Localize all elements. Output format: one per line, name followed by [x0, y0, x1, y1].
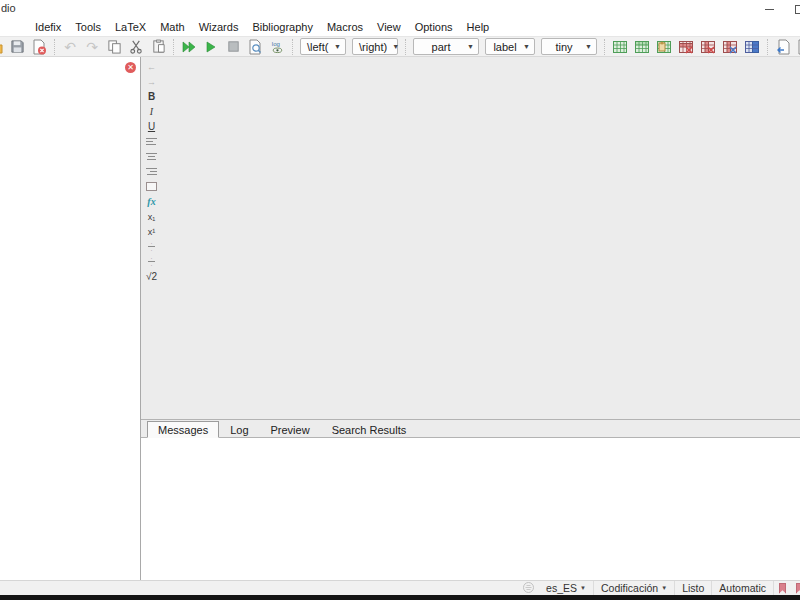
nav-forward-button[interactable]: →: [143, 74, 161, 89]
minimize-icon: [765, 9, 774, 10]
dfraction-button[interactable]: ··: [143, 254, 161, 269]
maximize-button[interactable]: [784, 0, 800, 18]
toolbar-separator: [173, 39, 174, 55]
align-table-columns-button[interactable]: [744, 39, 760, 55]
menu-bar: Idefix Tools LaTeX Math Wizards Bibliogr…: [0, 18, 800, 36]
cut-button[interactable]: [128, 39, 144, 55]
text-size-combo[interactable]: tiny ▼: [541, 38, 597, 55]
menu-bibliography[interactable]: Bibliography: [245, 19, 320, 35]
menu-options[interactable]: Options: [408, 19, 460, 35]
table-icon: [612, 39, 628, 55]
open-file-button[interactable]: [0, 39, 3, 55]
align-right-icon: [146, 168, 157, 175]
chevron-down-icon: ▼: [334, 43, 341, 50]
table-remove-column-icon: [700, 39, 716, 55]
dfraction-icon: ··: [148, 256, 155, 267]
table-add-row-icon: [634, 39, 650, 55]
align-center-button[interactable]: [143, 149, 161, 164]
italic-button[interactable]: I: [143, 104, 161, 119]
insert-table-button[interactable]: [612, 39, 628, 55]
open-folder-icon: [0, 39, 3, 55]
screen-bottom-strip: [0, 595, 800, 600]
status-bar: es_ES ▼ Codificación ▼ Listo Automatic: [0, 580, 800, 595]
build-and-view-button[interactable]: [181, 39, 197, 55]
minimize-button[interactable]: [754, 0, 784, 18]
previous-document-button[interactable]: [775, 39, 791, 55]
subscript-button[interactable]: x₁: [143, 209, 161, 224]
stop-button[interactable]: [225, 39, 241, 55]
menu-view[interactable]: View: [370, 19, 408, 35]
align-right-button[interactable]: [143, 164, 161, 179]
messages-panel-content[interactable]: [141, 438, 800, 580]
framebox-button[interactable]: [143, 179, 161, 194]
chevron-down-icon: ▼: [523, 43, 530, 50]
bold-button[interactable]: B: [143, 89, 161, 104]
editor-area[interactable]: ← → B I U fx x₁ x¹: [141, 57, 800, 419]
line-ending-value: Automatic: [719, 582, 766, 594]
compile-button[interactable]: [203, 39, 219, 55]
bookmark-icon[interactable]: [779, 583, 786, 594]
redo-icon: ↷: [86, 40, 98, 54]
view-log-button[interactable]: log: [269, 39, 285, 55]
remove-table-row-button[interactable]: [678, 39, 694, 55]
table-cut-column-icon: [722, 39, 738, 55]
encoding-selector[interactable]: Codificación ▼: [593, 581, 675, 596]
toolbar-separator: [54, 39, 55, 55]
superscript-button[interactable]: x¹: [143, 224, 161, 239]
menu-macros[interactable]: Macros: [320, 19, 370, 35]
inline-math-button[interactable]: fx: [143, 194, 161, 209]
build-view-icon: [181, 39, 197, 55]
menu-math[interactable]: Math: [153, 19, 191, 35]
sectioning-combo[interactable]: part ▼: [413, 38, 479, 55]
redo-button[interactable]: ↷: [84, 39, 100, 55]
reference-combo[interactable]: label ▼: [485, 38, 535, 55]
add-table-row-button[interactable]: [634, 39, 650, 55]
editor-column: ← → B I U fx x₁ x¹: [141, 57, 800, 580]
right-delimiter-combo[interactable]: \right) ▼: [352, 38, 398, 55]
menu-idefix[interactable]: Idefix: [28, 19, 68, 35]
cut-table-column-button[interactable]: [722, 39, 738, 55]
right-delimiter-value: \right): [359, 41, 387, 53]
align-left-button[interactable]: [143, 134, 161, 149]
tab-preview[interactable]: Preview: [260, 421, 321, 438]
document-arrow-left-icon: [775, 39, 791, 55]
remove-table-column-button[interactable]: [700, 39, 716, 55]
tab-messages[interactable]: Messages: [147, 421, 219, 438]
reference-value: label: [493, 41, 516, 53]
ready-status: Listo: [675, 581, 711, 596]
menu-wizards[interactable]: Wizards: [192, 19, 246, 35]
menu-latex[interactable]: LaTeX: [108, 19, 153, 35]
main-toolbar: ↶ ↷: [0, 36, 800, 57]
close-document-button[interactable]: [31, 39, 47, 55]
nav-back-button[interactable]: ←: [143, 59, 161, 74]
chevron-down-icon: ▼: [585, 43, 592, 50]
language-selector[interactable]: es_ES ▼: [539, 581, 593, 596]
menu-tools[interactable]: Tools: [68, 19, 108, 35]
save-button[interactable]: [9, 39, 25, 55]
align-center-icon: [146, 153, 157, 160]
fraction-icon: ··: [148, 241, 155, 252]
stamp-icon: [522, 581, 535, 596]
chevron-down-icon: ▼: [467, 43, 474, 50]
table-paste-icon: [656, 39, 672, 55]
left-delimiter-combo[interactable]: \left( ▼: [300, 38, 346, 55]
tab-search-results[interactable]: Search Results: [321, 421, 418, 438]
fraction-button[interactable]: ··: [143, 239, 161, 254]
underline-button[interactable]: U: [143, 119, 161, 134]
undo-icon: ↶: [64, 40, 76, 54]
view-pdf-button[interactable]: [247, 39, 263, 55]
sqrt-button[interactable]: √2: [143, 269, 161, 284]
chevron-down-icon: ▼: [661, 585, 667, 591]
bookmark-icon[interactable]: [796, 583, 800, 594]
copy-button[interactable]: [106, 39, 122, 55]
paste-button[interactable]: [150, 39, 166, 55]
line-ending-selector[interactable]: Automatic: [711, 581, 774, 596]
undo-button[interactable]: ↶: [62, 39, 78, 55]
paste-table-button[interactable]: [656, 39, 672, 55]
copy-icon: [107, 39, 122, 54]
menu-help[interactable]: Help: [460, 19, 497, 35]
sidebar-close-button[interactable]: ✕: [125, 62, 136, 73]
tab-log[interactable]: Log: [219, 421, 259, 438]
view-document-icon: [247, 39, 263, 55]
chevron-down-icon: ▼: [392, 43, 399, 50]
